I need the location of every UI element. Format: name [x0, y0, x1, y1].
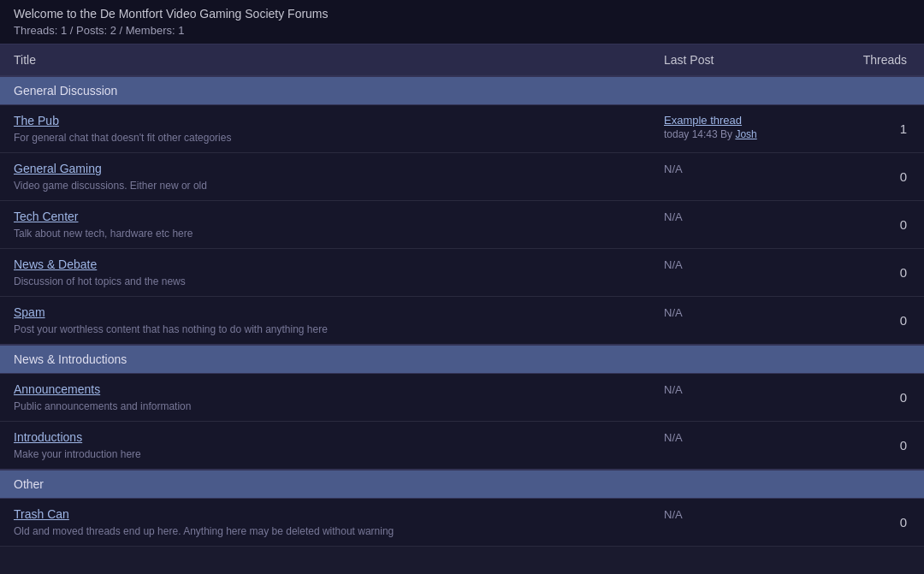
- table-row: IntroductionsMake your introduction here…: [0, 422, 924, 470]
- lastpost-na: N/A: [664, 163, 683, 175]
- footer: This site uses Zend Framework 2 and Dojo…: [0, 564, 924, 574]
- forum-threads-count: 0: [838, 249, 924, 297]
- forum-title-link[interactable]: Introductions: [14, 430, 637, 444]
- forum-lastpost-cell: N/A: [650, 201, 838, 249]
- lastpost-na: N/A: [664, 258, 683, 271]
- table-row: Trash CanOld and moved threads end up he…: [0, 499, 924, 547]
- lastpost-na: N/A: [664, 508, 683, 521]
- lastpost-info: today 14:43 By Josh: [664, 128, 757, 140]
- table-row: The PubFor general chat that doesn't fit…: [0, 105, 924, 153]
- forum-title-cell: SpamPost your worthless content that has…: [0, 297, 650, 346]
- forum-title-cell: AnnouncementsPublic announcements and in…: [0, 374, 650, 422]
- lastpost-na: N/A: [664, 306, 683, 319]
- col-threads-header: Threads: [838, 44, 924, 76]
- forum-title-link[interactable]: News & Debate: [14, 257, 637, 271]
- lastpost-thread-link[interactable]: Example thread: [664, 114, 825, 127]
- lastpost-by-link[interactable]: Josh: [735, 128, 756, 140]
- top-header: Welcome to the De Montfort Video Gaming …: [0, 0, 924, 44]
- forum-threads-count: 0: [838, 153, 924, 201]
- site-title: Welcome to the De Montfort Video Gaming …: [14, 7, 910, 21]
- lastpost-na: N/A: [664, 431, 683, 444]
- forum-title-cell: General GamingVideo game discussions. Ei…: [0, 153, 650, 201]
- forum-title-link[interactable]: Trash Can: [14, 507, 637, 521]
- forum-title-link[interactable]: General Gaming: [14, 162, 637, 175]
- forum-title-cell: The PubFor general chat that doesn't fit…: [0, 105, 650, 153]
- category-row: Other: [0, 470, 924, 499]
- table-row: News & DebateDiscussion of hot topics an…: [0, 249, 924, 297]
- forum-description: Discussion of hot topics and the news: [14, 275, 186, 287]
- forum-threads-count: 0: [838, 297, 924, 346]
- forum-threads-count: 0: [838, 422, 924, 470]
- forum-lastpost-cell: N/A: [650, 374, 838, 422]
- forum-lastpost-cell: Example threadtoday 14:43 By Josh: [650, 105, 838, 153]
- forum-title-link[interactable]: Tech Center: [14, 210, 637, 223]
- forum-threads-count: 0: [838, 374, 924, 422]
- forum-table: Title Last Post Threads General Discussi…: [0, 44, 924, 547]
- forum-lastpost-cell: N/A: [650, 297, 838, 346]
- forum-lastpost-cell: N/A: [650, 499, 838, 547]
- table-row: General GamingVideo game discussions. Ei…: [0, 153, 924, 201]
- forum-description: For general chat that doesn't fit other …: [14, 132, 231, 144]
- forum-title-cell: News & DebateDiscussion of hot topics an…: [0, 249, 650, 297]
- lastpost-na: N/A: [664, 210, 683, 223]
- forum-title-cell: Trash CanOld and moved threads end up he…: [0, 499, 650, 547]
- forum-lastpost-cell: N/A: [650, 422, 838, 470]
- table-row: Tech CenterTalk about new tech, hardware…: [0, 201, 924, 249]
- forum-title-link[interactable]: The Pub: [14, 114, 637, 127]
- forum-description: Old and moved threads end up here. Anyth…: [14, 525, 394, 537]
- forum-description: Talk about new tech, hardware etc here: [14, 228, 192, 240]
- forum-title-cell: IntroductionsMake your introduction here: [0, 422, 650, 470]
- forum-threads-count: 0: [838, 499, 924, 547]
- forum-lastpost-cell: N/A: [650, 249, 838, 297]
- category-row: News & Introductions: [0, 345, 924, 374]
- table-header-row: Title Last Post Threads: [0, 44, 924, 76]
- category-name: General Discussion: [0, 76, 924, 105]
- category-name: News & Introductions: [0, 345, 924, 374]
- forum-description: Video game discussions. Either new or ol…: [14, 180, 207, 192]
- forum-threads-count: 1: [838, 105, 924, 153]
- forum-title-cell: Tech CenterTalk about new tech, hardware…: [0, 201, 650, 249]
- forum-description: Post your worthless content that has not…: [14, 323, 328, 335]
- forum-title-link[interactable]: Spam: [14, 305, 637, 319]
- forum-description: Make your introduction here: [14, 448, 141, 460]
- lastpost-na: N/A: [664, 383, 683, 396]
- table-row: SpamPost your worthless content that has…: [0, 297, 924, 346]
- forum-threads-count: 0: [838, 201, 924, 249]
- forum-title-link[interactable]: Announcements: [14, 382, 637, 396]
- forum-lastpost-cell: N/A: [650, 153, 838, 201]
- category-row: General Discussion: [0, 76, 924, 105]
- col-lastpost-header: Last Post: [650, 44, 838, 76]
- site-stats: Threads: 1 / Posts: 2 / Members: 1: [14, 24, 910, 37]
- table-row: AnnouncementsPublic announcements and in…: [0, 374, 924, 422]
- category-name: Other: [0, 470, 924, 499]
- forum-description: Public announcements and information: [14, 400, 191, 412]
- col-title-header: Title: [0, 44, 650, 76]
